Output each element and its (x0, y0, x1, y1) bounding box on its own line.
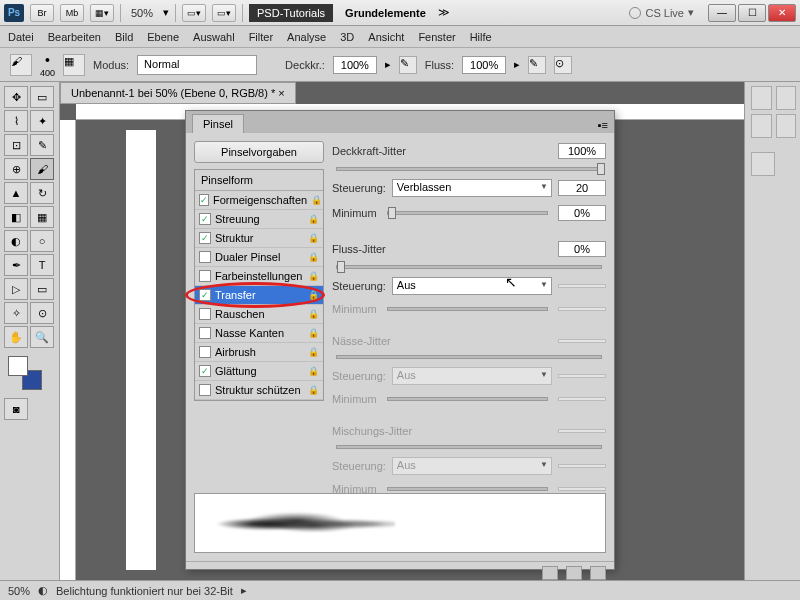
lock-icon[interactable]: 🔒 (308, 214, 319, 224)
crop-tool[interactable]: ⊡ (4, 134, 28, 156)
menu-datei[interactable]: Datei (8, 31, 34, 43)
eraser-tool[interactable]: ◧ (4, 206, 28, 228)
brush-option-dualer-pinsel[interactable]: Dualer Pinsel🔒 (195, 248, 323, 267)
checkbox-icon[interactable]: ✓ (199, 289, 211, 301)
zoom-tool[interactable]: 🔍 (30, 326, 54, 348)
screen-mode-button[interactable]: ▭▾ (212, 4, 236, 22)
pen-tool[interactable]: ✒ (4, 254, 28, 276)
menu-3d[interactable]: 3D (340, 31, 354, 43)
lock-icon[interactable]: 🔒 (308, 309, 319, 319)
dodge-tool[interactable]: ○ (30, 230, 54, 252)
flow-jitter-value[interactable]: 0% (558, 241, 606, 257)
bridge-button[interactable]: Br (30, 4, 54, 22)
brush-option-farbeinstellungen[interactable]: Farbeinstellungen🔒 (195, 267, 323, 286)
mini-bridge-button[interactable]: Mb (60, 4, 84, 22)
workspace-tag-2[interactable]: Grundelemente (339, 7, 432, 19)
menu-fenster[interactable]: Fenster (418, 31, 455, 43)
3d-camera-tool[interactable]: ⊙ (30, 302, 54, 324)
panel-icon-2[interactable] (776, 86, 797, 110)
lock-icon[interactable]: 🔒 (308, 271, 319, 281)
arrange-button[interactable]: ▭▾ (182, 4, 206, 22)
airbrush-icon[interactable]: ✎ (528, 56, 546, 74)
panel-icon-4[interactable] (776, 114, 797, 138)
checkbox-icon[interactable]: ✓ (199, 213, 211, 225)
lock-icon[interactable]: 🔒 (308, 252, 319, 262)
heal-tool[interactable]: ⊕ (4, 158, 28, 180)
workspace-tag-1[interactable]: PSD-Tutorials (249, 4, 333, 22)
checkbox-icon[interactable] (199, 251, 211, 263)
stamp-tool[interactable]: ▲ (4, 182, 28, 204)
color-swatches[interactable] (8, 356, 42, 390)
brush-panel-toggle[interactable]: ▦ (63, 54, 85, 76)
lock-icon[interactable]: 🔒 (308, 385, 319, 395)
shape-tool[interactable]: ▭ (30, 278, 54, 300)
minimize-button[interactable]: — (708, 4, 736, 22)
mode-select[interactable]: Normal (137, 55, 257, 75)
fg-color-swatch[interactable] (8, 356, 28, 376)
new-preset-icon[interactable] (566, 566, 582, 580)
checkbox-icon[interactable]: ✓ (199, 365, 211, 377)
brush-option-airbrush[interactable]: Airbrush🔒 (195, 343, 323, 362)
lock-icon[interactable]: 🔒 (311, 195, 322, 205)
flow-jitter-slider[interactable] (336, 265, 602, 269)
brush-presets-button[interactable]: Pinselvorgaben (194, 141, 324, 163)
panel-icon-1[interactable] (751, 86, 772, 110)
gradient-tool[interactable]: ▦ (30, 206, 54, 228)
move-tool[interactable]: ✥ (4, 86, 28, 108)
opacity-jitter-slider[interactable] (336, 167, 602, 171)
view-extras-button[interactable]: ▦▾ (90, 4, 114, 22)
control-select-1[interactable]: Verblassen (392, 179, 552, 197)
fade-steps-value[interactable]: 20 (558, 180, 606, 196)
brush-option-streuung[interactable]: ✓Streuung🔒 (195, 210, 323, 229)
opacity-input[interactable]: 100% (333, 56, 377, 74)
brush-option-formeigenschaften[interactable]: ✓Formeigenschaften🔒 (195, 191, 323, 210)
marquee-tool[interactable]: ▭ (30, 86, 54, 108)
menu-hilfe[interactable]: Hilfe (470, 31, 492, 43)
pressure-opacity-icon[interactable]: ✎ (399, 56, 417, 74)
lock-icon[interactable]: 🔒 (308, 290, 319, 300)
flow-input[interactable]: 100% (462, 56, 506, 74)
brush-panel-tab[interactable]: Pinsel (192, 114, 244, 133)
toggle-preview-icon[interactable] (542, 566, 558, 580)
minimum-value-1[interactable]: 0% (558, 205, 606, 221)
trash-icon[interactable] (590, 566, 606, 580)
control-select-2[interactable]: Aus (392, 277, 552, 295)
panel-icon-3[interactable] (751, 114, 772, 138)
lock-icon[interactable]: 🔒 (308, 233, 319, 243)
more-icon[interactable]: ≫ (438, 6, 450, 19)
zoom-display[interactable]: 50% (127, 7, 157, 19)
brush-option-rauschen[interactable]: Rauschen🔒 (195, 305, 323, 324)
brush-tip-header[interactable]: Pinselform (195, 170, 323, 191)
cs-live[interactable]: CS Live▾ (629, 6, 694, 19)
brush-option-struktur-schützen[interactable]: Struktur schützen🔒 (195, 381, 323, 400)
hand-tool[interactable]: ✋ (4, 326, 28, 348)
brush-option-struktur[interactable]: ✓Struktur🔒 (195, 229, 323, 248)
checkbox-icon[interactable] (199, 384, 211, 396)
menu-bearbeiten[interactable]: Bearbeiten (48, 31, 101, 43)
type-tool[interactable]: T (30, 254, 54, 276)
status-info-icon[interactable]: ◐ (38, 584, 48, 597)
maximize-button[interactable]: ☐ (738, 4, 766, 22)
checkbox-icon[interactable]: ✓ (199, 194, 209, 206)
menu-auswahl[interactable]: Auswahl (193, 31, 235, 43)
3d-tool[interactable]: ✧ (4, 302, 28, 324)
minimum-slider-1[interactable] (387, 211, 548, 215)
opacity-jitter-value[interactable]: 100% (558, 143, 606, 159)
brush-size[interactable]: 400 (40, 68, 55, 78)
history-brush-tool[interactable]: ↻ (30, 182, 54, 204)
wand-tool[interactable]: ✦ (30, 110, 54, 132)
panel-menu-icon[interactable]: ▪≡ (592, 117, 614, 133)
status-arrow-icon[interactable]: ▸ (241, 584, 247, 597)
status-zoom[interactable]: 50% (8, 585, 30, 597)
menu-ansicht[interactable]: Ansicht (368, 31, 404, 43)
menu-filter[interactable]: Filter (249, 31, 273, 43)
path-select-tool[interactable]: ▷ (4, 278, 28, 300)
checkbox-icon[interactable]: ✓ (199, 232, 211, 244)
menu-ebene[interactable]: Ebene (147, 31, 179, 43)
lock-icon[interactable]: 🔒 (308, 328, 319, 338)
checkbox-icon[interactable] (199, 308, 211, 320)
brush-option-transfer[interactable]: ✓Transfer🔒 (195, 286, 323, 305)
brush-option-nasse-kanten[interactable]: Nasse Kanten🔒 (195, 324, 323, 343)
lock-icon[interactable]: 🔒 (308, 347, 319, 357)
brush-tool[interactable]: 🖌 (30, 158, 54, 180)
